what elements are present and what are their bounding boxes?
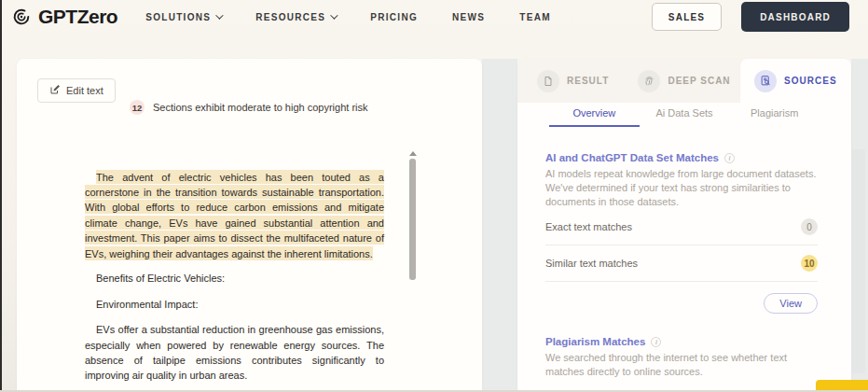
highlighted-paragraph[interactable]: The advent of electric vehicles has been…: [85, 169, 384, 260]
nav-item-resources[interactable]: RESOURCES: [255, 12, 336, 22]
heading-environmental: Environmental Impact:: [85, 297, 384, 312]
ai-matches-title-row: AI and ChatGPT Data Set Matches i: [545, 152, 818, 163]
scrollbar-thumb[interactable]: [409, 159, 416, 280]
sources-overview-content: AI and ChatGPT Data Set Matches i AI mod…: [545, 152, 818, 379]
paragraph-evs: EVs offer a substantial reduction in gre…: [85, 322, 384, 384]
subtab-plagiarism[interactable]: Plagiarism: [729, 107, 820, 127]
tab-sources[interactable]: SOURCES: [740, 59, 851, 103]
sources-subtabs: Overview Ai Data Sets Plagiarism: [549, 107, 820, 127]
dashboard-button[interactable]: DASHBOARD: [741, 2, 849, 32]
tab-deep-scan[interactable]: DEEP SCAN: [628, 59, 739, 103]
page-scrollbar[interactable]: [851, 149, 865, 373]
ai-matches-description: AI models repeat knowledge from large do…: [545, 167, 818, 209]
document-text[interactable]: The advent of electric vehicles has been…: [85, 169, 384, 384]
subtab-overview[interactable]: Overview: [549, 107, 640, 127]
copyright-risk-summary: 12 Sections exhibit moderate to high cop…: [130, 100, 368, 115]
nav-item-pricing[interactable]: PRICING: [370, 12, 418, 22]
exact-matches-count-badge: 0: [801, 218, 818, 235]
scrollbar-up-arrow[interactable]: [409, 151, 417, 156]
tab-result[interactable]: RESULT: [517, 59, 628, 103]
gptzero-app: GPTZero SOLUTIONS RESOURCES PRICING NEWS…: [0, 0, 868, 392]
document-scrollbar[interactable]: [408, 151, 417, 392]
fingerprint-icon: [638, 70, 660, 92]
nav-item-solutions[interactable]: SOLUTIONS: [145, 12, 221, 22]
risk-summary-text: Sections exhibit moderate to high copyri…: [153, 102, 368, 113]
subtab-ai-data-sets[interactable]: Ai Data Sets: [640, 107, 730, 127]
sales-button[interactable]: SALES: [652, 3, 722, 31]
info-icon[interactable]: i: [724, 153, 735, 163]
heading-benefits: Benefits of Electric Vehicles:: [85, 271, 384, 286]
document-panel: Edit text 12 Sections exhibit moderate t…: [17, 59, 482, 392]
edit-text-button[interactable]: Edit text: [37, 78, 116, 103]
plagiarism-title-row: Plagiarism Matches i: [545, 336, 818, 347]
window-left-edge: [0, 0, 2, 392]
brand-name: GPTZero: [38, 6, 117, 28]
document-icon: [537, 70, 559, 92]
similar-matches-row: Similar text matches 10: [545, 245, 818, 281]
results-tab-bar: RESULT DEEP SCAN: [517, 59, 851, 103]
nav-item-team[interactable]: TEAM: [519, 12, 551, 22]
exact-matches-row: Exact text matches 0: [545, 209, 818, 245]
brand-logo[interactable]: GPTZero: [11, 6, 117, 28]
plagiarism-section: Plagiarism Matches i We searched through…: [545, 336, 818, 379]
divider: [545, 281, 818, 282]
edit-pencil-icon: [49, 84, 61, 97]
info-icon[interactable]: i: [651, 337, 661, 347]
gptzero-spiral-icon: [11, 7, 32, 27]
nav-links: SOLUTIONS RESOURCES PRICING NEWS TEAM: [145, 12, 551, 22]
chevron-down-icon: [330, 11, 338, 19]
results-panel: RESULT DEEP SCAN: [517, 59, 851, 392]
panel-gap: [482, 59, 517, 392]
top-navigation: GPTZero SOLUTIONS RESOURCES PRICING NEWS…: [0, 0, 868, 34]
chevron-down-icon: [215, 11, 223, 19]
view-button[interactable]: View: [764, 293, 818, 314]
nav-item-news[interactable]: NEWS: [452, 12, 485, 22]
risk-count-badge: 12: [130, 100, 145, 115]
document-search-icon: [754, 70, 777, 92]
plagiarism-description: We searched through the internet to see …: [545, 351, 818, 379]
similar-matches-count-badge: 10: [801, 255, 818, 272]
